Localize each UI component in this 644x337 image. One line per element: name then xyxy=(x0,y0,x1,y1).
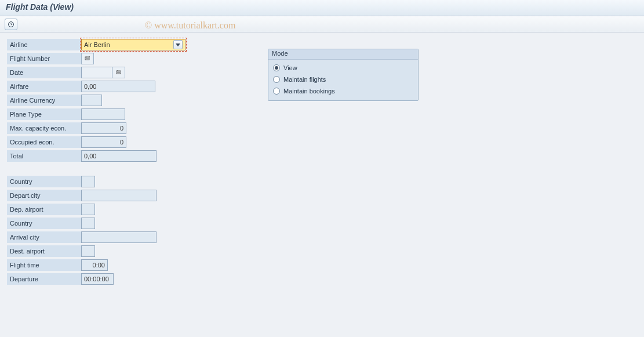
label-country-to: Country xyxy=(7,218,81,229)
airline-dropdown-value: Air Berlin xyxy=(84,41,171,48)
arrival-city-value xyxy=(81,231,157,243)
label-flight-number: Flight Number xyxy=(7,53,81,64)
label-dep-airport: Dep. airport xyxy=(7,204,81,215)
flight-number-search-help[interactable] xyxy=(81,53,94,64)
label-max-cap-econ: Max. capacity econ. xyxy=(7,122,81,134)
radio-maintain-bookings-label: Maintain bookings xyxy=(283,88,335,95)
clock-button[interactable] xyxy=(5,19,17,30)
label-airline-currency: Airline Currency xyxy=(7,95,81,106)
svg-rect-1 xyxy=(85,57,89,60)
radio-maintain-flights-label: Maintain flights xyxy=(283,76,326,83)
airline-currency-value xyxy=(81,95,102,106)
label-arrival-city: Arrival city xyxy=(7,231,81,243)
date-input[interactable] xyxy=(81,67,112,78)
toolbar xyxy=(0,16,644,32)
search-help-icon xyxy=(84,55,91,62)
label-depart-city: Depart.city xyxy=(7,190,81,201)
mode-title: Mode xyxy=(268,49,418,60)
radio-view-label: View xyxy=(283,64,297,71)
flight-time-value: 0:00 xyxy=(81,259,108,271)
form-column: Airline Air Berlin Flight Number Date Ai… xyxy=(7,38,216,287)
plane-type-value xyxy=(81,108,125,120)
label-flight-time: Flight time xyxy=(7,259,81,271)
occupied-econ-value: 0 xyxy=(81,136,126,148)
radio-view[interactable]: View xyxy=(273,62,413,74)
label-departure: Departure xyxy=(7,273,81,285)
depart-city-value xyxy=(81,190,157,201)
clock-icon xyxy=(8,21,14,28)
radio-maintain-bookings[interactable]: Maintain bookings xyxy=(273,85,413,97)
country-to-value xyxy=(81,218,95,229)
label-date: Date xyxy=(7,67,81,78)
departure-value: 00:00:00 xyxy=(81,273,114,285)
label-occupied-econ: Occupied econ. xyxy=(7,136,81,148)
mode-groupbox: Mode View Maintain flights Maintain book… xyxy=(268,49,419,101)
max-cap-econ-value: 0 xyxy=(81,122,126,134)
radio-icon xyxy=(273,76,280,83)
airfare-value: 0,00 xyxy=(81,81,155,92)
label-country-from: Country xyxy=(7,176,81,187)
label-plane-type: Plane Type xyxy=(7,108,81,120)
svg-rect-2 xyxy=(117,71,121,74)
label-dest-airport: Dest. airport xyxy=(7,245,81,257)
airline-dropdown[interactable]: Air Berlin xyxy=(81,39,185,50)
dest-airport-value xyxy=(81,245,95,257)
country-from-value xyxy=(81,176,95,187)
label-airfare: Airfare xyxy=(7,81,81,92)
section-spacer xyxy=(7,164,216,175)
radio-icon xyxy=(273,88,280,95)
radio-maintain-flights[interactable]: Maintain flights xyxy=(273,74,413,85)
window-title: Flight Data (View) xyxy=(0,0,644,16)
date-search-help[interactable] xyxy=(112,67,125,78)
search-help-icon xyxy=(115,69,122,76)
label-airline: Airline xyxy=(7,39,81,50)
total-value: 0,00 xyxy=(81,150,157,162)
chevron-down-icon xyxy=(173,40,183,49)
radio-icon xyxy=(273,64,280,71)
label-total: Total xyxy=(7,150,81,162)
mode-body: View Maintain flights Maintain bookings xyxy=(268,60,418,100)
content-area: Airline Air Berlin Flight Number Date Ai… xyxy=(0,32,644,292)
dep-airport-value xyxy=(81,204,95,215)
